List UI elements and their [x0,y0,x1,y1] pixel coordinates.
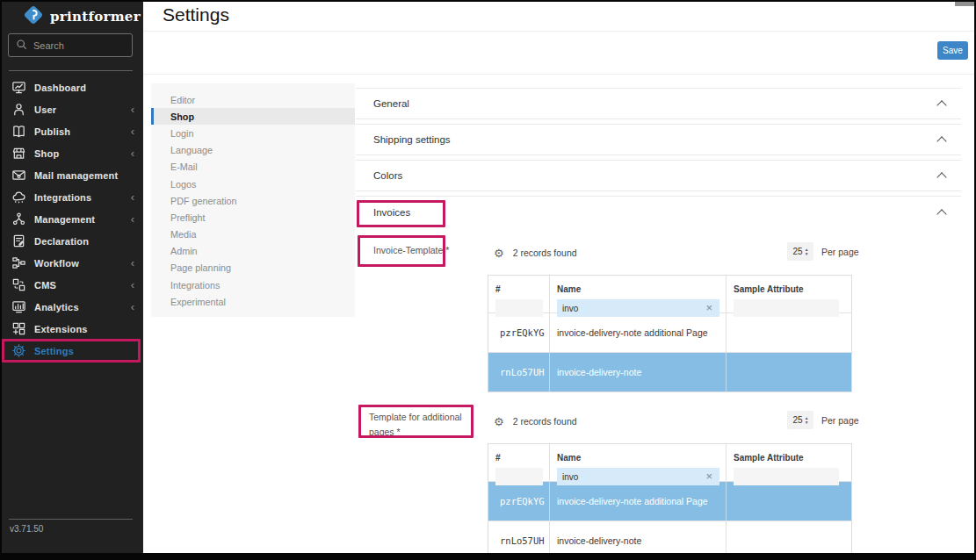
invoice-template-label: Invoice-Template * [373,243,457,258]
chevron-left-icon: ‹ [131,301,134,312]
chevron-left-icon: ‹ [131,126,134,137]
page-title: Settings [163,4,229,25]
accordion-shipping-settings[interactable]: Shipping settings [356,124,961,155]
chevron-left-icon: ‹ [131,191,134,203]
table-row[interactable]: pzrEQkYG invoice-delivery-note additiona… [488,312,851,352]
per-page-select[interactable]: 25 ▴▾ [787,411,813,429]
sidebar-item-workflow[interactable]: Workflow ‹ [0,252,143,274]
printformer-logo-icon [22,4,45,30]
sidebar-item-user[interactable]: User ‹ [0,98,143,120]
sidebar-item-shop[interactable]: Shop ‹ [0,142,143,164]
table1-per-page: 25 ▴▾ Per page [787,242,859,261]
table2-meta: ⚙ 2 records found [494,413,577,430]
sidebar-item-publish[interactable]: Publish ‹ [0,120,143,142]
filter-sample-input[interactable] [734,299,839,317]
subnav-item-page-planning[interactable]: Page planning [151,260,355,276]
sidebar-item-management[interactable]: Management ‹ [0,208,143,230]
clear-filter-icon[interactable]: × [705,470,712,484]
sidebar-item-settings[interactable]: Settings [0,340,143,362]
sidebar-nav: Dashboard User ‹ Publish ‹ Shop ‹ Mail m… [0,76,143,362]
table1-meta: ⚙ 2 records found [494,244,577,262]
sidebar-item-cms[interactable]: CMS ‹ [0,274,143,296]
publish-icon [11,124,26,139]
spinner-arrows-icon: ▴▾ [806,416,808,424]
extensions-icon [11,321,26,336]
save-button[interactable]: Save [937,41,968,60]
workflow-icon [11,255,26,270]
subnav-item-integrations[interactable]: Integrations [151,276,355,293]
settings-subnav: Editor Shop Login Language E-Mail Logos … [151,83,355,317]
clear-filter-icon[interactable]: × [705,301,712,315]
table-header-row: # Name × Sample Attribute [488,444,851,481]
accordion-invoices[interactable]: Invoices [356,196,961,227]
table-settings-gear-icon[interactable]: ⚙ [494,416,504,427]
sidebar-item-extensions[interactable]: Extensions [0,318,143,340]
column-header-sample-attribute: Sample Attribute [734,453,804,463]
table-settings-gear-icon[interactable]: ⚙ [494,248,504,259]
gear-icon [11,343,26,358]
cloud-icon [11,190,26,205]
table-row-selected[interactable]: pzrEQkYG invoice-delivery-note additiona… [488,481,851,521]
filter-name-input[interactable] [557,299,719,317]
column-header-id: # [495,453,501,463]
filter-id-input[interactable] [495,468,543,485]
table2-per-page: 25 ▴▾ Per page [787,411,859,429]
subnav-item-experimental[interactable]: Experimental [151,293,355,310]
sidebar-bottom-divider [9,519,133,520]
chevron-up-icon [936,209,946,219]
chevron-up-icon [936,172,946,182]
filter-name-input[interactable] [557,468,719,485]
subnav-item-login[interactable]: Login [151,125,355,141]
search-input[interactable] [33,40,125,51]
sidebar: printformer Dashboard User ‹ Publish [0,0,143,555]
accordion-colors[interactable]: Colors [356,160,961,191]
per-page-select[interactable]: 25 ▴▾ [787,242,813,261]
subnav-item-preflight[interactable]: Preflight [151,209,355,226]
shop-icon [11,146,26,161]
subnav-item-admin[interactable]: Admin [151,243,355,260]
subnav-item-language[interactable]: Language [151,142,355,159]
subnav-item-media[interactable]: Media [151,226,355,243]
records-found-text: 2 records found [513,248,577,258]
chevron-left-icon: ‹ [131,104,134,115]
invoice-template-table: # Name × Sample Attribute pzrEQkYG invoi… [488,275,852,392]
sidebar-item-integrations[interactable]: Integrations ‹ [0,186,143,208]
filter-sample-input[interactable] [734,468,839,485]
sidebar-item-mail-management[interactable]: Mail management [0,164,143,186]
sidebar-item-analytics[interactable]: Analytics ‹ [0,296,143,318]
subnav-item-email[interactable]: E-Mail [151,159,355,176]
search-icon [16,38,27,54]
filter-id-input[interactable] [495,299,543,317]
app-window: printformer Dashboard User ‹ Publish [0,0,976,560]
subnav-item-pdf-generation[interactable]: PDF generation [151,192,355,209]
chevron-up-icon [936,100,946,110]
table-header-row: # Name × Sample Attribute [488,276,851,312]
toolbar-divider [143,74,974,75]
hierarchy-icon [11,212,26,226]
bottom-border-bar [0,553,976,560]
table-row-selected[interactable]: rnLo57UH invoice-delivery-note [488,352,851,391]
sidebar-item-declaration[interactable]: Declaration [0,230,143,252]
sidebar-item-dashboard[interactable]: Dashboard [0,76,143,98]
chevron-left-icon: ‹ [131,279,134,291]
mail-icon [11,168,26,183]
accordion-general[interactable]: General [356,88,961,119]
document-icon [11,233,26,248]
version-label: v3.71.50 [10,524,43,534]
subnav-item-logos[interactable]: Logos [151,176,355,192]
sidebar-search [8,33,133,57]
additional-pages-template-table: # Name × Sample Attribute pzrEQkYG invoi… [488,443,852,560]
chevron-up-icon [936,136,946,146]
header-divider [143,31,974,32]
user-icon [11,102,26,117]
per-page-label: Per page [821,247,859,257]
per-page-label: Per page [821,415,859,426]
spinner-arrows-icon: ▴▾ [806,248,808,255]
subnav-item-editor[interactable]: Editor [151,91,355,108]
scrollbar-corner [955,0,974,6]
brand-logo[interactable]: printformer [22,4,141,30]
template-additional-pages-label: Template for additional pages * [369,410,473,440]
column-header-name: Name [557,453,581,463]
brand-name: printformer [50,9,141,25]
subnav-item-shop[interactable]: Shop [151,108,355,125]
